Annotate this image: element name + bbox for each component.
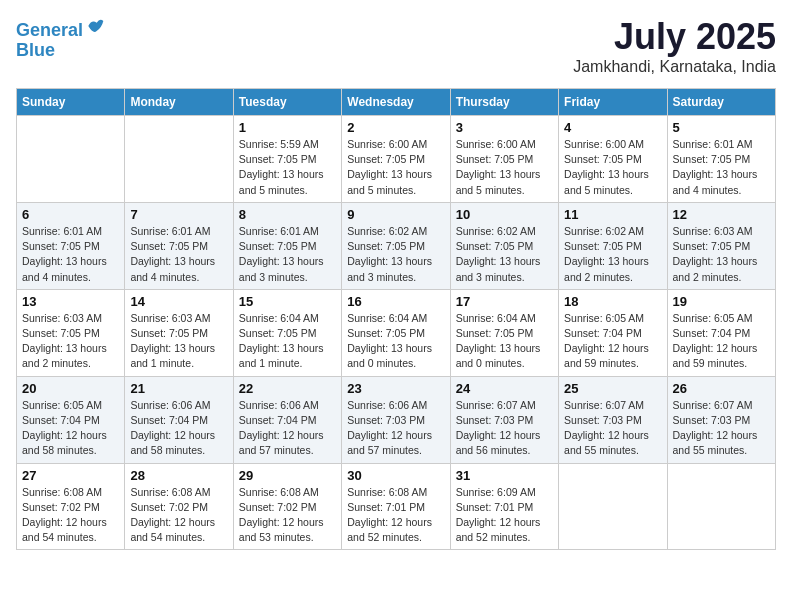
month-year: July 2025 xyxy=(573,16,776,58)
day-info: Sunrise: 6:01 AMSunset: 7:05 PMDaylight:… xyxy=(673,137,770,198)
calendar-cell: 8Sunrise: 6:01 AMSunset: 7:05 PMDaylight… xyxy=(233,202,341,289)
day-number: 25 xyxy=(564,381,661,396)
day-number: 2 xyxy=(347,120,444,135)
calendar-week-row: 20Sunrise: 6:05 AMSunset: 7:04 PMDayligh… xyxy=(17,376,776,463)
day-info: Sunrise: 5:59 AMSunset: 7:05 PMDaylight:… xyxy=(239,137,336,198)
calendar-cell: 3Sunrise: 6:00 AMSunset: 7:05 PMDaylight… xyxy=(450,116,558,203)
day-number: 14 xyxy=(130,294,227,309)
day-info: Sunrise: 6:08 AMSunset: 7:01 PMDaylight:… xyxy=(347,485,444,546)
calendar-cell: 31Sunrise: 6:09 AMSunset: 7:01 PMDayligh… xyxy=(450,463,558,550)
calendar-header-row: SundayMondayTuesdayWednesdayThursdayFrid… xyxy=(17,89,776,116)
day-number: 26 xyxy=(673,381,770,396)
calendar-week-row: 27Sunrise: 6:08 AMSunset: 7:02 PMDayligh… xyxy=(17,463,776,550)
day-info: Sunrise: 6:01 AMSunset: 7:05 PMDaylight:… xyxy=(130,224,227,285)
day-info: Sunrise: 6:04 AMSunset: 7:05 PMDaylight:… xyxy=(456,311,553,372)
calendar-cell: 4Sunrise: 6:00 AMSunset: 7:05 PMDaylight… xyxy=(559,116,667,203)
calendar-cell: 14Sunrise: 6:03 AMSunset: 7:05 PMDayligh… xyxy=(125,289,233,376)
day-number: 23 xyxy=(347,381,444,396)
day-info: Sunrise: 6:03 AMSunset: 7:05 PMDaylight:… xyxy=(130,311,227,372)
day-info: Sunrise: 6:07 AMSunset: 7:03 PMDaylight:… xyxy=(456,398,553,459)
day-info: Sunrise: 6:07 AMSunset: 7:03 PMDaylight:… xyxy=(564,398,661,459)
day-number: 6 xyxy=(22,207,119,222)
calendar-cell: 15Sunrise: 6:04 AMSunset: 7:05 PMDayligh… xyxy=(233,289,341,376)
page-header: GeneralBlue July 2025 Jamkhandi, Karnata… xyxy=(16,16,776,76)
calendar-cell xyxy=(125,116,233,203)
calendar-cell: 25Sunrise: 6:07 AMSunset: 7:03 PMDayligh… xyxy=(559,376,667,463)
day-info: Sunrise: 6:02 AMSunset: 7:05 PMDaylight:… xyxy=(347,224,444,285)
day-info: Sunrise: 6:05 AMSunset: 7:04 PMDaylight:… xyxy=(673,311,770,372)
day-number: 29 xyxy=(239,468,336,483)
calendar-cell xyxy=(559,463,667,550)
day-number: 12 xyxy=(673,207,770,222)
day-info: Sunrise: 6:02 AMSunset: 7:05 PMDaylight:… xyxy=(456,224,553,285)
calendar-cell: 19Sunrise: 6:05 AMSunset: 7:04 PMDayligh… xyxy=(667,289,775,376)
weekday-header: Monday xyxy=(125,89,233,116)
day-info: Sunrise: 6:03 AMSunset: 7:05 PMDaylight:… xyxy=(22,311,119,372)
calendar-cell: 20Sunrise: 6:05 AMSunset: 7:04 PMDayligh… xyxy=(17,376,125,463)
day-number: 11 xyxy=(564,207,661,222)
day-number: 28 xyxy=(130,468,227,483)
day-number: 16 xyxy=(347,294,444,309)
day-number: 15 xyxy=(239,294,336,309)
weekday-header: Tuesday xyxy=(233,89,341,116)
calendar-cell xyxy=(17,116,125,203)
day-number: 13 xyxy=(22,294,119,309)
calendar-table: SundayMondayTuesdayWednesdayThursdayFrid… xyxy=(16,88,776,550)
calendar-cell: 30Sunrise: 6:08 AMSunset: 7:01 PMDayligh… xyxy=(342,463,450,550)
calendar-cell: 24Sunrise: 6:07 AMSunset: 7:03 PMDayligh… xyxy=(450,376,558,463)
calendar-week-row: 1Sunrise: 5:59 AMSunset: 7:05 PMDaylight… xyxy=(17,116,776,203)
day-info: Sunrise: 6:06 AMSunset: 7:03 PMDaylight:… xyxy=(347,398,444,459)
day-number: 3 xyxy=(456,120,553,135)
day-number: 1 xyxy=(239,120,336,135)
calendar-cell: 26Sunrise: 6:07 AMSunset: 7:03 PMDayligh… xyxy=(667,376,775,463)
calendar-cell: 6Sunrise: 6:01 AMSunset: 7:05 PMDaylight… xyxy=(17,202,125,289)
calendar-cell: 1Sunrise: 5:59 AMSunset: 7:05 PMDaylight… xyxy=(233,116,341,203)
day-number: 19 xyxy=(673,294,770,309)
calendar-cell xyxy=(667,463,775,550)
logo-text: GeneralBlue xyxy=(16,16,105,61)
day-info: Sunrise: 6:02 AMSunset: 7:05 PMDaylight:… xyxy=(564,224,661,285)
day-number: 5 xyxy=(673,120,770,135)
calendar-cell: 11Sunrise: 6:02 AMSunset: 7:05 PMDayligh… xyxy=(559,202,667,289)
day-number: 20 xyxy=(22,381,119,396)
calendar-cell: 5Sunrise: 6:01 AMSunset: 7:05 PMDaylight… xyxy=(667,116,775,203)
weekday-header: Thursday xyxy=(450,89,558,116)
day-info: Sunrise: 6:01 AMSunset: 7:05 PMDaylight:… xyxy=(239,224,336,285)
day-number: 30 xyxy=(347,468,444,483)
day-number: 4 xyxy=(564,120,661,135)
calendar-cell: 7Sunrise: 6:01 AMSunset: 7:05 PMDaylight… xyxy=(125,202,233,289)
day-info: Sunrise: 6:08 AMSunset: 7:02 PMDaylight:… xyxy=(22,485,119,546)
day-info: Sunrise: 6:00 AMSunset: 7:05 PMDaylight:… xyxy=(347,137,444,198)
calendar-cell: 29Sunrise: 6:08 AMSunset: 7:02 PMDayligh… xyxy=(233,463,341,550)
day-info: Sunrise: 6:06 AMSunset: 7:04 PMDaylight:… xyxy=(130,398,227,459)
day-info: Sunrise: 6:08 AMSunset: 7:02 PMDaylight:… xyxy=(130,485,227,546)
calendar-week-row: 13Sunrise: 6:03 AMSunset: 7:05 PMDayligh… xyxy=(17,289,776,376)
day-info: Sunrise: 6:00 AMSunset: 7:05 PMDaylight:… xyxy=(456,137,553,198)
day-number: 27 xyxy=(22,468,119,483)
weekday-header: Wednesday xyxy=(342,89,450,116)
weekday-header: Saturday xyxy=(667,89,775,116)
calendar-cell: 10Sunrise: 6:02 AMSunset: 7:05 PMDayligh… xyxy=(450,202,558,289)
day-number: 31 xyxy=(456,468,553,483)
calendar-cell: 22Sunrise: 6:06 AMSunset: 7:04 PMDayligh… xyxy=(233,376,341,463)
day-info: Sunrise: 6:07 AMSunset: 7:03 PMDaylight:… xyxy=(673,398,770,459)
day-info: Sunrise: 6:06 AMSunset: 7:04 PMDaylight:… xyxy=(239,398,336,459)
day-number: 21 xyxy=(130,381,227,396)
day-info: Sunrise: 6:08 AMSunset: 7:02 PMDaylight:… xyxy=(239,485,336,546)
day-info: Sunrise: 6:03 AMSunset: 7:05 PMDaylight:… xyxy=(673,224,770,285)
calendar-cell: 17Sunrise: 6:04 AMSunset: 7:05 PMDayligh… xyxy=(450,289,558,376)
calendar-cell: 2Sunrise: 6:00 AMSunset: 7:05 PMDaylight… xyxy=(342,116,450,203)
calendar-cell: 12Sunrise: 6:03 AMSunset: 7:05 PMDayligh… xyxy=(667,202,775,289)
day-number: 10 xyxy=(456,207,553,222)
day-info: Sunrise: 6:04 AMSunset: 7:05 PMDaylight:… xyxy=(347,311,444,372)
calendar-cell: 13Sunrise: 6:03 AMSunset: 7:05 PMDayligh… xyxy=(17,289,125,376)
day-number: 7 xyxy=(130,207,227,222)
weekday-header: Friday xyxy=(559,89,667,116)
calendar-week-row: 6Sunrise: 6:01 AMSunset: 7:05 PMDaylight… xyxy=(17,202,776,289)
logo: GeneralBlue xyxy=(16,16,105,61)
day-number: 9 xyxy=(347,207,444,222)
day-info: Sunrise: 6:05 AMSunset: 7:04 PMDaylight:… xyxy=(564,311,661,372)
weekday-header: Sunday xyxy=(17,89,125,116)
day-number: 17 xyxy=(456,294,553,309)
calendar-cell: 18Sunrise: 6:05 AMSunset: 7:04 PMDayligh… xyxy=(559,289,667,376)
